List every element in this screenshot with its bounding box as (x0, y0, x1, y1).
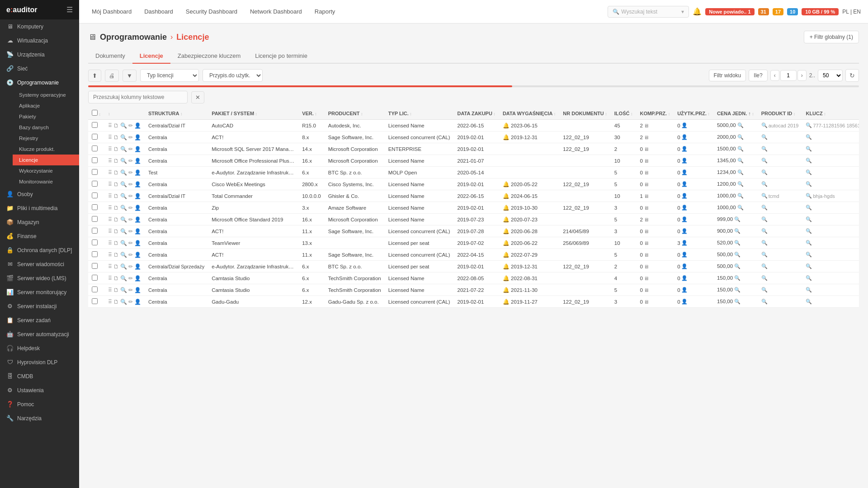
row-edit-icon[interactable]: ✏ (128, 134, 133, 141)
nav-security-dashboard[interactable]: Security Dashboard (180, 5, 243, 18)
row-edit-icon[interactable]: ✏ (128, 193, 133, 199)
produkt-id-search-icon[interactable]: 🔍 (761, 263, 768, 269)
sidebar-item-serwer-monitorujacy[interactable]: 📊 Serwer monitorujący (0, 285, 79, 299)
row-grid-icon[interactable]: ⠿ (108, 240, 112, 246)
nav-dashboard[interactable]: Dashboard (139, 5, 179, 18)
row-user-icon[interactable]: 👤 (134, 134, 141, 141)
row-checkbox-cell[interactable] (88, 225, 104, 237)
klucz-search-icon[interactable]: 🔍 (806, 205, 812, 211)
tab-zabezpieczone[interactable]: Zabezpieczone kluczem (170, 49, 248, 64)
th-cena-jedn[interactable]: CENA JEDN. ↑ (713, 107, 758, 120)
sidebar-item-monitorowanie[interactable]: Monitorowanie (13, 176, 79, 187)
row-user-icon[interactable]: 👤 (134, 181, 141, 188)
cena-search-icon[interactable]: 🔍 (734, 299, 741, 304)
row-grid-icon[interactable]: ⠿ (108, 193, 112, 199)
row-checkbox-cell[interactable] (88, 296, 104, 308)
ile-button[interactable]: Ile? (749, 70, 767, 81)
row-user-icon[interactable]: 👤 (134, 252, 141, 258)
row-user-icon[interactable]: 👤 (134, 122, 141, 129)
global-search[interactable]: 🔍 Wyszukaj tekst ▾ (608, 6, 689, 18)
row-checkbox-cell[interactable] (88, 143, 104, 155)
th-ver[interactable]: VER. (298, 107, 325, 120)
row-checkbox[interactable] (92, 134, 98, 140)
cena-search-icon[interactable]: 🔍 (734, 252, 741, 257)
row-grid-icon[interactable]: ⠿ (108, 252, 112, 258)
sidebar-item-aplikacje[interactable]: Aplikacje (13, 100, 79, 111)
row-checkbox-cell[interactable] (88, 155, 104, 167)
sidebar-item-serwer-wiadomosci[interactable]: ✉ Serwer wiadomości (0, 257, 79, 271)
produkt-id-search-icon[interactable]: 🔍 (761, 216, 768, 222)
produkt-id-search-icon[interactable]: 🔍 (761, 181, 768, 187)
row-copy-icon[interactable]: 🗋 (113, 263, 119, 270)
row-user-icon[interactable]: 👤 (134, 240, 141, 246)
row-copy-icon[interactable]: 🗋 (113, 252, 119, 258)
filter-button[interactable]: ▼ (123, 70, 137, 82)
row-search-icon[interactable]: 🔍 (120, 287, 127, 293)
cena-search-icon[interactable]: 🔍 (734, 228, 741, 234)
breadcrumb-section-title[interactable]: Oprogramowanie (100, 33, 167, 42)
row-checkbox[interactable] (92, 298, 98, 304)
row-edit-icon[interactable]: ✏ (128, 252, 133, 258)
sidebar-item-licencje[interactable]: Licencje (13, 155, 79, 165)
klucz-search-icon[interactable]: 🔍 (806, 240, 812, 246)
cena-search-icon[interactable]: 🔍 (737, 193, 744, 198)
row-user-icon[interactable]: 👤 (134, 169, 141, 176)
row-checkbox[interactable] (92, 192, 98, 198)
row-edit-icon[interactable]: ✏ (128, 287, 133, 293)
klucz-search-icon[interactable]: 🔍 (806, 299, 812, 305)
row-checkbox-cell[interactable] (88, 131, 104, 143)
prev-page-button[interactable]: ‹ (770, 70, 779, 81)
row-grid-icon[interactable]: ⠿ (108, 122, 112, 129)
row-copy-icon[interactable]: 🗋 (113, 134, 119, 141)
sidebar-item-wirtualizacja[interactable]: ☁ Wirtualizacja (0, 33, 79, 47)
klucz-search-icon[interactable]: 🔍 (806, 134, 812, 140)
row-search-icon[interactable]: 🔍 (120, 193, 127, 199)
print-button[interactable]: 🖨 (105, 70, 119, 82)
row-search-icon[interactable]: 🔍 (120, 146, 127, 152)
next-page-button[interactable]: › (797, 70, 807, 81)
page-size-select[interactable]: 50 100 (818, 70, 843, 81)
row-checkbox[interactable] (92, 275, 98, 281)
produkt-id-search-icon[interactable]: 🔍 (761, 287, 768, 293)
th-nr-dokumentu[interactable]: NR DOKUMENTU (559, 107, 610, 120)
row-checkbox-cell[interactable] (88, 214, 104, 225)
row-copy-icon[interactable]: 🗋 (113, 275, 119, 282)
row-search-icon[interactable]: 🔍 (120, 181, 127, 188)
row-grid-icon[interactable]: ⠿ (108, 181, 112, 188)
tab-licencje[interactable]: Licencje (132, 49, 170, 64)
cena-search-icon[interactable]: 🔍 (737, 146, 744, 151)
filter-typ-licencji[interactable]: Typ licencji (140, 69, 199, 82)
row-user-icon[interactable]: 👤 (134, 158, 141, 164)
klucz-search-icon[interactable]: 🔍 (806, 275, 812, 281)
menu-toggle-icon[interactable]: ☰ (66, 5, 73, 14)
th-data-wygasniecia[interactable]: DATA WYGAŚNIĘCIA (499, 107, 559, 120)
sidebar-item-bazy-danych[interactable]: Bazy danych (13, 122, 79, 133)
row-search-icon[interactable]: 🔍 (120, 299, 127, 305)
row-edit-icon[interactable]: ✏ (128, 122, 133, 129)
row-checkbox[interactable] (92, 263, 98, 269)
sidebar-item-oprogramowanie[interactable]: 💿 Oprogramowanie (0, 75, 79, 89)
filter-przypis-uzytk[interactable]: Przypis.do użytk. (203, 69, 263, 82)
cena-search-icon[interactable]: 🔍 (737, 122, 744, 128)
th-producent[interactable]: PRODUCENT (325, 107, 385, 120)
sidebar-item-magazyn[interactable]: 📦 Magazyn (0, 215, 79, 229)
row-checkbox[interactable] (92, 145, 98, 151)
th-komp-prz[interactable]: KOMP.PRZ. (636, 107, 674, 120)
row-copy-icon[interactable]: 🗋 (113, 122, 119, 129)
th-pakiet[interactable]: PAKIET / SYSTEM (208, 107, 298, 120)
row-copy-icon[interactable]: 🗋 (113, 169, 119, 176)
sidebar-item-systemy-operacyjne[interactable]: Systemy operacyjne (13, 89, 79, 100)
sidebar-item-ochrona-danych[interactable]: 🔒 Ochrona danych [DLP] (0, 243, 79, 257)
row-checkbox[interactable] (92, 228, 98, 234)
row-edit-icon[interactable]: ✏ (128, 158, 133, 164)
row-edit-icon[interactable]: ✏ (128, 263, 133, 270)
row-search-icon[interactable]: 🔍 (120, 252, 127, 258)
produkt-id-search-icon[interactable]: 🔍 (761, 134, 768, 140)
klucz-search-icon[interactable]: 🔍 (806, 263, 812, 269)
row-search-icon[interactable]: 🔍 (120, 275, 127, 282)
row-copy-icon[interactable]: 🗋 (113, 205, 119, 211)
row-copy-icon[interactable]: 🗋 (113, 146, 119, 152)
klucz-search-icon[interactable]: 🔍 (806, 122, 812, 128)
row-grid-icon[interactable]: ⠿ (108, 205, 112, 211)
sidebar-item-helpdesk[interactable]: 🎧 Helpdesk (0, 341, 79, 355)
